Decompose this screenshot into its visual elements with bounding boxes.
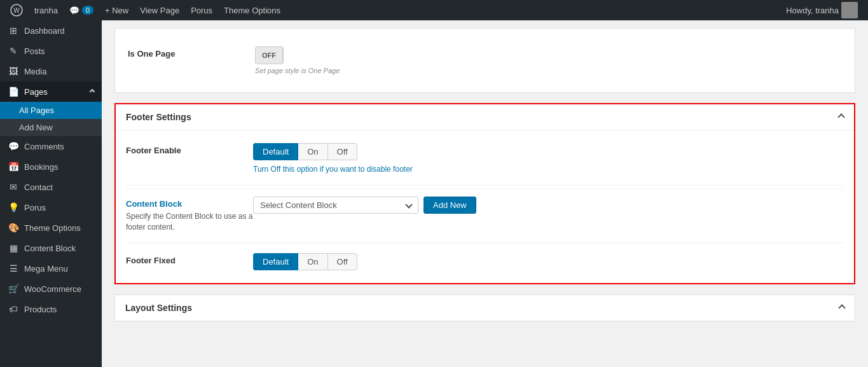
wp-logo-icon: W [10,4,23,17]
toggle-off-label: OFF [256,47,283,64]
sidebar-item-add-new[interactable]: Add New [0,119,102,136]
add-new-button[interactable]: Add New [424,197,476,214]
porus-item[interactable]: Porus [186,0,217,20]
sidebar-item-contact[interactable]: ✉ Contact [0,177,102,197]
footer-settings-body: Footer Enable Default On Off Turn Off th… [116,130,854,283]
footer-enable-off-btn[interactable]: Off [327,143,357,160]
layout-settings-box: Layout Settings [114,294,855,322]
layout-settings-title: Layout Settings [125,303,192,313]
sidebar-item-woocommerce[interactable]: 🛒 WooCommerce [0,279,102,299]
pages-icon: 📄 [8,87,19,97]
media-icon: 🖼 [8,66,19,76]
content-block-select-placeholder: Select Content Block [260,200,337,210]
sidebar-item-bookings[interactable]: 📅 Bookings [0,156,102,177]
site-name-item[interactable]: tranha [29,0,63,20]
all-pages-label: All Pages [19,106,54,115]
footer-fixed-row: Footer Fixed Default On Off [126,246,844,278]
sidebar-item-label: Porus [24,203,46,212]
comment-item[interactable]: 💬 0 [64,0,99,20]
sidebar-item-media[interactable]: 🖼 Media [0,61,102,81]
is-one-page-row: Is One Page OFF Set page style is One Pa… [128,39,842,82]
sidebar-item-dashboard[interactable]: ⊞ Dashboard [0,20,102,41]
contact-icon: ✉ [8,182,19,192]
howdy-label: Howdy, tranha [786,6,839,15]
content-block-row: Content Block Specify the Content Block … [126,188,844,240]
admin-bar-right: Howdy, tranha [781,0,863,20]
sidebar-item-pages[interactable]: 📄 Pages [0,81,102,102]
footer-fixed-default-btn[interactable]: Default [253,253,298,270]
footer-fixed-btn-group: Default On Off [253,253,357,270]
theme-options-icon: 🎨 [8,223,19,233]
pages-arrow-icon [90,89,95,94]
is-one-page-card: Is One Page OFF Set page style is One Pa… [114,28,855,93]
sidebar-item-posts[interactable]: ✎ Posts [0,41,102,61]
footer-enable-btn-group: Default On Off [253,143,357,160]
new-label: + New [105,6,128,15]
is-one-page-label-col: Is One Page [128,46,255,59]
is-one-page-toggle[interactable]: OFF [255,46,284,64]
footer-fixed-on-btn[interactable]: On [298,253,327,270]
porus-label: Porus [191,6,212,15]
divider-2 [126,242,844,243]
content-block-label: Content Block [126,199,253,209]
howdy-item[interactable]: Howdy, tranha [781,0,863,20]
sidebar-item-label: Products [24,305,57,314]
footer-enable-default-btn[interactable]: Default [253,143,298,160]
footer-fixed-off-btn[interactable]: Off [327,253,357,270]
content-block-icon: ▦ [8,243,19,253]
posts-icon: ✎ [8,46,19,56]
content-block-select[interactable]: Select Content Block [253,197,418,214]
sidebar-item-content-block[interactable]: ▦ Content Block [0,238,102,258]
sidebar-item-label: Dashboard [24,26,65,36]
products-icon: 🏷 [8,304,19,314]
footer-fixed-label: Footer Fixed [126,256,253,265]
view-page-label: View Page [140,6,179,15]
wp-logo-item[interactable]: W [5,0,28,20]
porus-icon: 💡 [8,202,19,212]
layout-settings-header: Layout Settings [115,295,855,321]
admin-bar-left: W tranha 💬 0 + New View Page Porus Theme… [5,0,778,20]
divider-1 [126,185,844,186]
sidebar-item-label: WooCommerce [24,284,81,294]
view-page-item[interactable]: View Page [135,0,184,20]
content-block-label-col: Content Block Specify the Content Block … [126,197,253,233]
content-block-select-row: Select Content Block Add New [253,197,844,214]
sidebar-item-label: Pages [24,87,48,97]
comment-count: 0 [82,6,93,15]
sidebar-item-label: Theme Options [24,223,81,233]
svg-text:W: W [13,7,20,14]
footer-enable-hint: Turn Off this option if you want to disa… [253,164,844,175]
sidebar-item-products[interactable]: 🏷 Products [0,299,102,319]
footer-settings-header: Footer Settings [116,104,854,130]
sidebar-item-comments[interactable]: 💬 Comments [0,136,102,156]
admin-bar: W tranha 💬 0 + New View Page Porus Theme… [0,0,868,20]
dashboard-icon: ⊞ [8,25,19,36]
footer-settings-collapse-icon[interactable] [837,113,844,120]
footer-enable-on-btn[interactable]: On [298,143,327,160]
footer-fixed-label-col: Footer Fixed [126,253,253,265]
content-block-hint: Specify the Content Block to use as a fo… [126,211,253,233]
footer-fixed-control: Default On Off [253,253,844,270]
footer-enable-label-col: Footer Enable [126,143,253,155]
content-area: Is One Page OFF Set page style is One Pa… [102,20,868,340]
sidebar-item-all-pages[interactable]: All Pages [0,102,102,119]
footer-enable-label: Footer Enable [126,146,253,155]
main-content: Is One Page OFF Set page style is One Pa… [102,20,868,367]
sidebar: ⊞ Dashboard ✎ Posts 🖼 Media 📄 Pages All … [0,20,102,367]
is-one-page-control: OFF Set page style is One Page [255,46,842,74]
is-one-page-label: Is One Page [128,49,255,59]
sidebar-item-theme-options[interactable]: 🎨 Theme Options [0,218,102,238]
sidebar-item-label: Contact [24,183,53,192]
footer-enable-row: Footer Enable Default On Off Turn Off th… [126,135,844,183]
site-name: tranha [34,6,58,15]
mega-menu-icon: ☰ [8,263,19,274]
sidebar-item-label: Media [24,67,46,76]
sidebar-item-mega-menu[interactable]: ☰ Mega Menu [0,258,102,279]
theme-options-item[interactable]: Theme Options [219,0,286,20]
is-one-page-hint: Set page style is One Page [255,67,842,74]
sidebar-item-porus[interactable]: 💡 Porus [0,197,102,218]
layout-settings-collapse-icon[interactable] [838,305,845,312]
layout: ⊞ Dashboard ✎ Posts 🖼 Media 📄 Pages All … [0,20,868,367]
new-item[interactable]: + New [100,0,134,20]
comments-icon: 💬 [8,141,19,151]
